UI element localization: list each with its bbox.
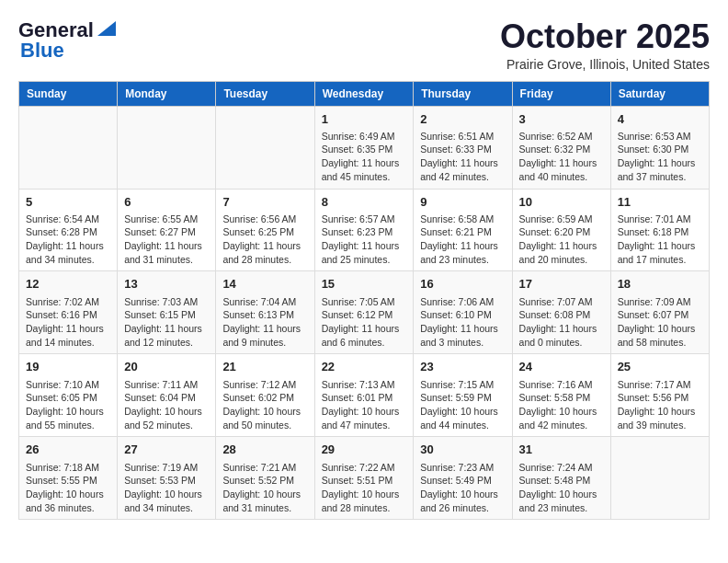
day-info-text: Daylight: 11 hours and 31 minutes. (124, 239, 209, 266)
month-title: October 2025 (500, 18, 710, 55)
day-number: 21 (222, 359, 307, 375)
day-info-text: Sunset: 6:12 PM (322, 308, 407, 322)
calendar-cell: 31Sunrise: 7:24 AMSunset: 5:48 PMDayligh… (512, 437, 610, 520)
day-info-text: Daylight: 11 hours and 23 minutes. (420, 239, 505, 266)
day-info-text: Sunrise: 7:24 AM (519, 461, 604, 475)
day-info-text: Daylight: 11 hours and 34 minutes. (26, 239, 110, 266)
day-info-text: Sunrise: 7:16 AM (519, 378, 604, 392)
day-info-text: Sunrise: 7:13 AM (322, 378, 407, 392)
day-info-text: Sunset: 6:02 PM (222, 391, 307, 405)
day-number: 10 (519, 194, 604, 211)
day-info-text: Sunrise: 7:23 AM (420, 461, 505, 475)
calendar-cell: 12Sunrise: 7:02 AMSunset: 6:16 PMDayligh… (19, 271, 118, 354)
day-info-text: Sunset: 5:49 PM (420, 474, 505, 488)
day-info-text: Daylight: 10 hours and 44 minutes. (420, 405, 505, 431)
day-info-text: Sunrise: 6:57 AM (322, 213, 407, 226)
day-info-text: Sunrise: 7:18 AM (26, 461, 110, 475)
day-number: 8 (322, 194, 407, 211)
day-number: 25 (618, 359, 702, 375)
calendar-cell: 13Sunrise: 7:03 AMSunset: 6:15 PMDayligh… (118, 271, 216, 354)
day-info-text: Sunset: 6:32 PM (519, 143, 604, 156)
day-info-text: Daylight: 10 hours and 50 minutes. (222, 405, 307, 431)
day-info-text: Sunset: 6:05 PM (26, 391, 110, 405)
day-info-text: Sunset: 6:20 PM (519, 225, 604, 239)
calendar-cell: 28Sunrise: 7:21 AMSunset: 5:52 PMDayligh… (216, 437, 314, 520)
day-info-text: Daylight: 11 hours and 20 minutes. (519, 239, 604, 266)
day-info-text: Daylight: 10 hours and 36 minutes. (26, 488, 110, 514)
day-number: 2 (420, 111, 505, 128)
day-info-text: Sunset: 6:01 PM (322, 391, 407, 405)
day-info-text: Sunset: 6:28 PM (26, 225, 110, 239)
day-info-text: Daylight: 10 hours and 31 minutes. (222, 488, 307, 514)
calendar-cell: 17Sunrise: 7:07 AMSunset: 6:08 PMDayligh… (512, 271, 610, 354)
calendar-cell: 21Sunrise: 7:12 AMSunset: 6:02 PMDayligh… (216, 354, 314, 437)
weekday-header-saturday: Saturday (610, 81, 709, 106)
calendar-cell: 26Sunrise: 7:18 AMSunset: 5:55 PMDayligh… (19, 437, 118, 520)
calendar-cell: 18Sunrise: 7:09 AMSunset: 6:07 PMDayligh… (610, 271, 709, 354)
day-info-text: Daylight: 11 hours and 42 minutes. (420, 156, 505, 183)
calendar-cell: 11Sunrise: 7:01 AMSunset: 6:18 PMDayligh… (610, 189, 709, 271)
day-info-text: Sunrise: 6:49 AM (322, 130, 407, 144)
day-info-text: Daylight: 10 hours and 52 minutes. (124, 405, 209, 431)
day-info-text: Sunset: 5:51 PM (322, 474, 407, 488)
day-info-text: Daylight: 11 hours and 0 minutes. (519, 322, 604, 349)
day-number: 22 (322, 359, 407, 375)
day-info-text: Sunrise: 7:17 AM (618, 378, 702, 392)
day-info-text: Sunrise: 6:54 AM (26, 213, 110, 226)
day-info-text: Sunset: 6:21 PM (420, 225, 505, 239)
svg-marker-0 (97, 21, 116, 36)
day-info-text: Daylight: 10 hours and 42 minutes. (519, 405, 604, 431)
day-info-text: Sunset: 6:07 PM (618, 308, 702, 322)
day-info-text: Daylight: 11 hours and 3 minutes. (420, 322, 505, 349)
day-info-text: Sunset: 5:48 PM (519, 474, 604, 488)
day-info-text: Sunrise: 7:07 AM (519, 295, 604, 309)
day-number: 26 (26, 442, 110, 458)
weekday-header-monday: Monday (118, 81, 216, 106)
day-info-text: Sunrise: 6:52 AM (519, 130, 604, 144)
day-number: 14 (222, 276, 307, 293)
day-info-text: Sunset: 6:18 PM (618, 225, 702, 239)
day-info-text: Sunset: 6:33 PM (420, 143, 505, 156)
day-info-text: Sunrise: 7:15 AM (420, 378, 505, 392)
calendar-cell: 5Sunrise: 6:54 AMSunset: 6:28 PMDaylight… (19, 189, 118, 271)
day-info-text: Sunset: 6:04 PM (124, 391, 209, 405)
day-info-text: Daylight: 10 hours and 47 minutes. (322, 405, 407, 431)
day-info-text: Daylight: 11 hours and 17 minutes. (618, 239, 702, 266)
day-number: 30 (420, 442, 505, 458)
day-info-text: Sunrise: 7:04 AM (222, 295, 307, 309)
day-info-text: Sunset: 6:10 PM (420, 308, 505, 322)
day-info-text: Sunrise: 7:19 AM (124, 461, 209, 475)
calendar-cell: 4Sunrise: 6:53 AMSunset: 6:30 PMDaylight… (610, 106, 709, 189)
day-info-text: Sunset: 6:23 PM (322, 225, 407, 239)
day-info-text: Sunrise: 7:12 AM (222, 378, 307, 392)
day-number: 31 (519, 442, 604, 458)
day-number: 1 (322, 111, 407, 128)
day-info-text: Sunset: 5:53 PM (124, 474, 209, 488)
day-info-text: Sunset: 6:30 PM (618, 143, 702, 156)
day-info-text: Daylight: 10 hours and 34 minutes. (124, 488, 209, 514)
weekday-header-sunday: Sunday (19, 81, 118, 106)
calendar-cell: 19Sunrise: 7:10 AMSunset: 6:05 PMDayligh… (19, 354, 118, 437)
day-number: 16 (420, 276, 505, 293)
title-area: October 2025 Prairie Grove, Illinois, Un… (500, 18, 710, 72)
day-info-text: Sunrise: 7:10 AM (26, 378, 110, 392)
calendar-cell: 3Sunrise: 6:52 AMSunset: 6:32 PMDaylight… (512, 106, 610, 189)
calendar-cell: 6Sunrise: 6:55 AMSunset: 6:27 PMDaylight… (118, 189, 216, 271)
day-number: 19 (26, 359, 110, 375)
day-info-text: Sunset: 6:13 PM (222, 308, 307, 322)
day-number: 4 (618, 111, 702, 128)
day-number: 18 (618, 276, 702, 293)
day-info-text: Sunset: 6:35 PM (322, 143, 407, 156)
day-number: 24 (519, 359, 604, 375)
calendar-cell: 15Sunrise: 7:05 AMSunset: 6:12 PMDayligh… (314, 271, 414, 354)
calendar-cell (19, 106, 118, 189)
calendar-cell (610, 437, 709, 520)
day-number: 27 (124, 442, 209, 458)
page-header: General Blue October 2025 Prairie Grove,… (18, 18, 710, 72)
day-info-text: Sunrise: 7:11 AM (124, 378, 209, 392)
day-info-text: Sunrise: 7:01 AM (618, 213, 702, 226)
calendar-cell: 16Sunrise: 7:06 AMSunset: 6:10 PMDayligh… (414, 271, 512, 354)
calendar-cell: 22Sunrise: 7:13 AMSunset: 6:01 PMDayligh… (314, 354, 414, 437)
day-info-text: Daylight: 10 hours and 55 minutes. (26, 405, 110, 431)
day-number: 15 (322, 276, 407, 293)
